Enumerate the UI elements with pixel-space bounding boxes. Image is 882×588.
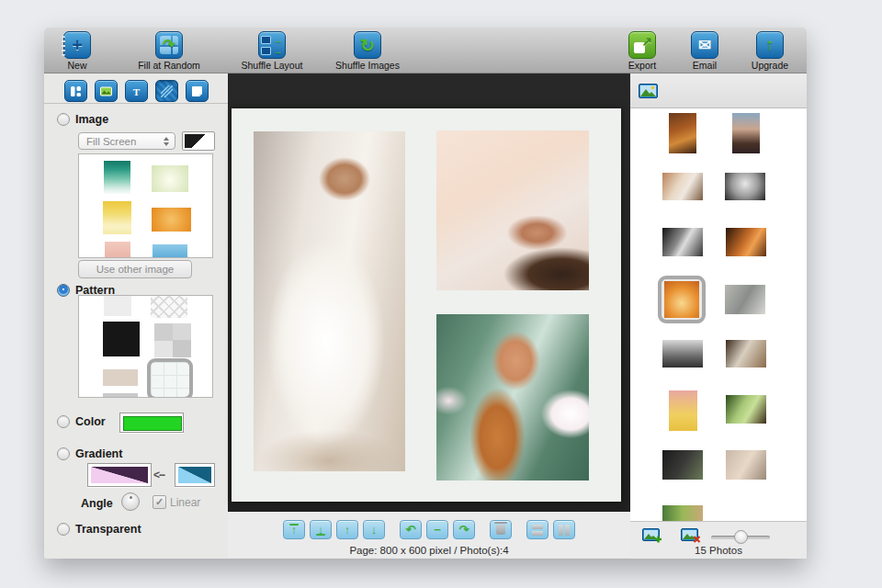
pattern-thumbnail[interactable] xyxy=(103,369,138,386)
pattern-thumbnail[interactable] xyxy=(151,295,187,318)
image-thumbnail[interactable] xyxy=(103,201,131,234)
export-button[interactable]: ↗ Export xyxy=(614,28,671,71)
pattern-radio[interactable] xyxy=(57,284,70,297)
collage-photo-braid-woman[interactable] xyxy=(436,314,589,481)
collage-photo-girl[interactable] xyxy=(254,131,405,471)
photo-thumbnail[interactable] xyxy=(726,228,766,256)
photo-count-label: 15 Photos xyxy=(630,545,807,556)
transparent-radio-row: Transparent xyxy=(57,523,141,536)
image-thumbnail[interactable] xyxy=(152,208,191,232)
gradient-radio[interactable] xyxy=(57,447,70,460)
photo-thumbnail[interactable] xyxy=(662,228,703,256)
image-thumbnail-list xyxy=(78,153,213,258)
shuffle-layout-icon: →→ xyxy=(258,31,286,59)
photo-thumbnail[interactable] xyxy=(662,450,703,480)
gradient-to-button[interactable] xyxy=(175,463,215,487)
photo-thumbnail[interactable] xyxy=(725,173,765,200)
transparent-radio[interactable] xyxy=(57,523,70,536)
tab-image[interactable] xyxy=(95,80,118,102)
image-radio[interactable] xyxy=(57,113,70,126)
gradient-from-button[interactable] xyxy=(87,463,152,487)
pattern-thumbnail[interactable] xyxy=(104,295,131,316)
move-backward-button[interactable]: ↓ xyxy=(363,520,385,539)
upgrade-label: Upgrade xyxy=(752,60,788,71)
split-horizontal-button[interactable] xyxy=(526,520,548,539)
collage-page xyxy=(232,108,621,502)
tab-text[interactable]: T xyxy=(125,80,148,102)
upgrade-button[interactable]: ↑ Upgrade xyxy=(741,28,799,71)
split-horizontal-icon xyxy=(532,525,543,536)
gradient-radio-row: Gradient xyxy=(57,447,122,460)
gradient-from-swatch xyxy=(91,467,148,483)
photo-library-header xyxy=(630,74,807,108)
photo-thumbnail[interactable] xyxy=(726,395,766,424)
photo-thumbnail[interactable] xyxy=(662,340,703,368)
color-radio[interactable] xyxy=(57,415,70,428)
pattern-thumbnail-selected[interactable] xyxy=(147,358,193,398)
image-tone-button[interactable] xyxy=(182,131,215,151)
thumbnail-size-slider[interactable] xyxy=(711,536,770,539)
angle-knob[interactable] xyxy=(121,492,140,511)
move-forward-button[interactable]: ↑ xyxy=(336,520,358,539)
color-swatch-button[interactable] xyxy=(119,413,184,433)
delete-button[interactable] xyxy=(490,520,512,539)
photo-thumbnail-selected[interactable] xyxy=(664,281,699,318)
fill-at-random-button[interactable]: ↷ Fill at Random xyxy=(127,28,211,71)
upgrade-icon: ↑ xyxy=(756,31,784,59)
pattern-thumbnail[interactable] xyxy=(103,322,140,356)
image-thumbnail[interactable] xyxy=(152,165,188,192)
bring-to-front-button[interactable]: ↑ xyxy=(283,520,305,539)
shuffle-layout-label: Shuffle Layout xyxy=(242,60,303,71)
photo-thumbnail[interactable] xyxy=(669,390,697,431)
split-vertical-icon xyxy=(559,525,570,536)
linear-checkbox-label: Linear xyxy=(170,496,200,509)
photo-thumbnail[interactable] xyxy=(726,450,766,480)
add-photo-button[interactable] xyxy=(642,528,662,544)
background-settings-panel: T Image Fill Screen xyxy=(44,74,228,558)
bar-icon xyxy=(316,534,325,536)
photo-thumbnail[interactable] xyxy=(669,113,696,153)
collage-photo-lying-woman[interactable] xyxy=(436,130,589,290)
use-other-image-button[interactable]: Use other image xyxy=(78,260,192,278)
remove-photo-button[interactable] xyxy=(681,528,701,544)
photo-library-footer: 15 Photos xyxy=(630,521,807,559)
image-thumbnail[interactable] xyxy=(104,161,130,195)
image-thumbnail[interactable] xyxy=(153,244,187,258)
remove-frame-button[interactable]: − xyxy=(426,520,448,539)
rotate-left-button[interactable]: ↶ xyxy=(400,520,422,539)
tab-background[interactable] xyxy=(155,80,178,102)
pattern-thumbnail[interactable] xyxy=(103,393,138,398)
shuffle-layout-button[interactable]: →→ Shuffle Layout xyxy=(228,28,316,71)
photo-thumbnail[interactable] xyxy=(725,285,765,314)
canvas-area xyxy=(228,74,630,512)
color-radio-label: Color xyxy=(75,415,106,428)
shuffle-images-button[interactable]: ↻ Shuffle Images xyxy=(323,28,412,71)
bar-icon xyxy=(289,524,299,526)
slider-thumb[interactable] xyxy=(734,530,748,544)
photo-thumbnail[interactable] xyxy=(726,340,766,368)
rotate-right-button[interactable]: ↷ xyxy=(453,520,475,539)
photo-thumbnail[interactable] xyxy=(662,173,703,200)
bw-gradient-icon xyxy=(185,134,212,148)
layout-icon xyxy=(70,85,82,97)
shuffle-images-label: Shuffle Images xyxy=(335,60,400,71)
photo-thumbnail-selected-ring[interactable] xyxy=(658,276,706,323)
tab-note[interactable] xyxy=(186,80,209,102)
photo-thumbnail[interactable] xyxy=(662,505,703,521)
color-swatch xyxy=(123,416,182,431)
photo-thumbnail[interactable] xyxy=(732,113,760,153)
image-radio-label: Image xyxy=(75,113,108,126)
stepper-arrows-icon xyxy=(160,137,172,146)
split-vertical-button[interactable] xyxy=(553,520,575,539)
angle-label: Angle xyxy=(81,497,113,510)
page-status-text: Page: 800 x 600 pixel / Photo(s):4 xyxy=(349,545,508,556)
send-to-back-button[interactable]: ↓ xyxy=(310,520,332,539)
image-thumbnail[interactable] xyxy=(105,242,130,258)
new-button[interactable]: + New xyxy=(51,28,103,71)
tab-layout[interactable] xyxy=(64,80,87,102)
pattern-thumbnail[interactable] xyxy=(154,323,191,357)
background-pattern-icon xyxy=(161,85,173,97)
email-button[interactable]: ✉ Email xyxy=(676,28,733,71)
linear-checkbox[interactable]: ✓ xyxy=(153,495,166,509)
fill-mode-select[interactable]: Fill Screen xyxy=(78,132,175,150)
